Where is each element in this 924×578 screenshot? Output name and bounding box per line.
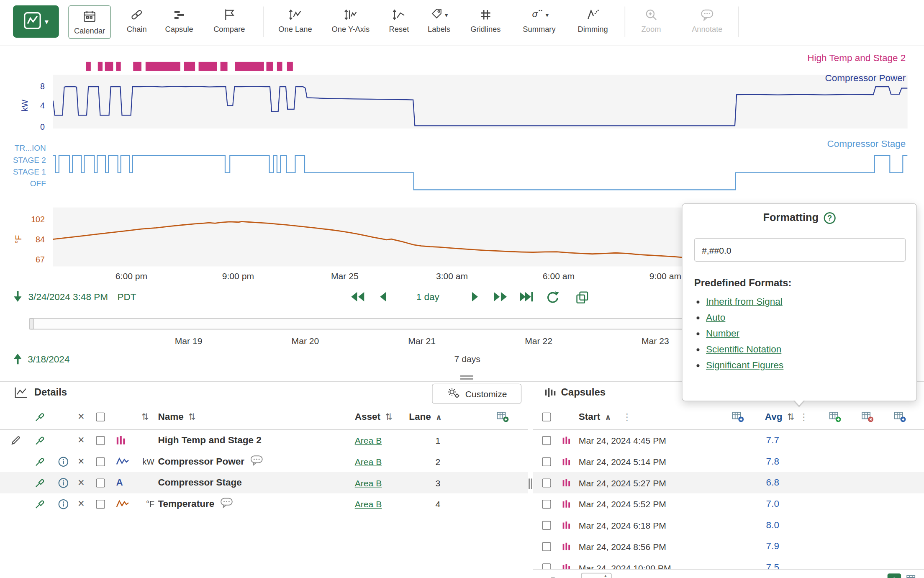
format-option-scientific[interactable]: Scientific Notation xyxy=(706,344,781,354)
capsule-bar[interactable] xyxy=(277,62,282,71)
next-page-icon[interactable]: › xyxy=(876,574,879,578)
step-forward-button[interactable] xyxy=(470,290,480,305)
capsule-bar[interactable] xyxy=(235,62,264,71)
capsule-row[interactable]: Mar 24, 2024 5:52 PM 7.0 xyxy=(533,493,924,515)
capsule-row[interactable]: Mar 24, 2024 6:18 PM 8.0 xyxy=(533,514,924,536)
capsule-bar[interactable] xyxy=(105,62,113,71)
asset-link[interactable]: Area B xyxy=(355,451,382,472)
column-header-avg[interactable]: Avg⇅ xyxy=(765,404,795,429)
page-stepper[interactable]: ▲▼ xyxy=(603,573,608,578)
select-all-checkbox[interactable] xyxy=(96,404,105,429)
toolbar-chain-button[interactable]: Chain xyxy=(120,7,154,39)
capsule-bar[interactable] xyxy=(86,62,91,71)
compressor-stage-chart[interactable] xyxy=(53,141,908,198)
capsule-bar[interactable] xyxy=(98,62,103,71)
sort-ascending-icon[interactable]: ∧ xyxy=(605,412,611,421)
info-icon[interactable] xyxy=(58,493,69,515)
panel-splitter[interactable] xyxy=(528,382,533,578)
remove-icon[interactable]: × xyxy=(78,451,85,472)
info-icon[interactable] xyxy=(58,451,69,472)
condition-capsule-track[interactable] xyxy=(53,61,908,72)
capsule-row[interactable]: Mar 24, 2024 5:27 PM 6.8 xyxy=(533,472,924,493)
comment-icon[interactable] xyxy=(220,497,233,511)
remove-icon[interactable]: × xyxy=(78,493,85,515)
compressor-power-chart[interactable] xyxy=(53,75,908,128)
sort-icon[interactable]: ⇅ xyxy=(787,411,795,422)
capsule-bar[interactable] xyxy=(199,62,217,71)
step-to-end-button[interactable] xyxy=(518,290,534,305)
capsule-row[interactable]: Mar 24, 2024 5:14 PM 7.8 xyxy=(533,451,924,472)
column-header-lane[interactable]: Lane∧ xyxy=(409,404,442,429)
horizontal-splitter[interactable] xyxy=(459,374,475,381)
column-header-start[interactable]: Start∧ xyxy=(579,404,611,429)
format-option-number[interactable]: Number xyxy=(706,328,739,338)
asset-link[interactable]: Area B xyxy=(355,430,382,451)
sort-icon[interactable]: ⇅ xyxy=(141,404,149,429)
page-chip[interactable]: 1 xyxy=(888,573,901,578)
help-icon[interactable]: ? xyxy=(824,212,836,223)
step-forward-much-button[interactable] xyxy=(493,290,508,305)
capsule-bar[interactable] xyxy=(184,62,195,71)
toolbar-compare-button[interactable]: Compare xyxy=(206,7,252,39)
step-back-button[interactable] xyxy=(378,290,388,305)
remove-all-icon[interactable]: × xyxy=(78,404,85,429)
select-all-checkbox[interactable] xyxy=(542,404,551,429)
toolbar-annotate-button[interactable]: Annotate xyxy=(681,7,733,39)
row-checkbox[interactable] xyxy=(542,514,551,536)
toolbar-one-lane-button[interactable]: One Lane xyxy=(271,7,319,39)
row-checkbox[interactable] xyxy=(542,472,551,493)
toolbar-zoom-button[interactable]: Zoom xyxy=(633,7,669,39)
eyedropper-icon[interactable] xyxy=(34,430,46,451)
format-string-input[interactable] xyxy=(694,238,906,262)
toolbar-labels-button[interactable]: ▾ Labels xyxy=(421,7,457,39)
row-checkbox[interactable] xyxy=(542,493,551,515)
column-header-asset[interactable]: Asset⇅ xyxy=(355,404,393,429)
format-option-auto[interactable]: Auto xyxy=(706,312,725,322)
eyedropper-icon[interactable] xyxy=(34,493,46,515)
add-stat-column-icon[interactable] xyxy=(829,404,842,429)
display-range-start-arrow-icon[interactable] xyxy=(12,290,23,306)
capsule-bar[interactable] xyxy=(133,62,141,71)
info-icon[interactable] xyxy=(58,472,69,493)
comment-icon[interactable] xyxy=(250,455,263,468)
details-row[interactable]: × kW Compressor Power Area B 2 xyxy=(0,451,528,472)
duration-step-label[interactable]: 1 day xyxy=(408,292,448,302)
investigate-range-start[interactable]: 3/18/2024 xyxy=(28,354,69,365)
display-range-start[interactable]: 3/24/2024 3:48 PMPDT xyxy=(28,292,136,302)
view-selector-button[interactable]: ▾ xyxy=(13,5,59,38)
capsule-row[interactable]: Mar 24, 2024 4:45 PM 7.7 xyxy=(533,430,924,451)
details-row[interactable]: × High Temp and Stage 2 Area B 1 xyxy=(0,430,528,451)
row-checkbox[interactable] xyxy=(96,493,105,515)
sort-ascending-icon[interactable]: ∧ xyxy=(436,412,442,421)
timebar-left-handle[interactable] xyxy=(29,318,33,329)
toolbar-calendar-button[interactable]: Calendar xyxy=(68,5,110,39)
add-table-column-icon[interactable] xyxy=(497,404,509,429)
capsule-bar[interactable] xyxy=(146,62,180,71)
capsule-bar[interactable] xyxy=(287,62,293,71)
remove-icon[interactable]: × xyxy=(78,430,85,451)
column-menu-icon[interactable]: ⋮ xyxy=(799,404,808,429)
insert-column-icon[interactable] xyxy=(732,404,744,429)
remove-column-icon[interactable] xyxy=(862,404,874,429)
previous-page-icon[interactable]: ‹ xyxy=(860,574,864,578)
add-to-table-icon[interactable] xyxy=(894,404,906,429)
format-option-sigfigs[interactable]: Significant Figures xyxy=(706,360,783,370)
sort-icon[interactable]: ⇅ xyxy=(385,411,393,422)
capsule-bar[interactable] xyxy=(116,62,121,71)
row-checkbox[interactable] xyxy=(96,430,105,451)
toolbar-reset-button[interactable]: Reset xyxy=(383,7,415,39)
row-checkbox[interactable] xyxy=(542,430,551,451)
asset-link[interactable]: Area B xyxy=(355,493,382,515)
eyedropper-icon[interactable] xyxy=(34,404,46,429)
row-checkbox[interactable] xyxy=(542,536,551,557)
column-menu-icon[interactable]: ⋮ xyxy=(622,404,632,429)
sort-icon[interactable]: ⇅ xyxy=(188,411,196,422)
capsule-row[interactable]: Mar 24, 2024 8:56 PM 7.9 xyxy=(533,536,924,557)
details-row[interactable]: × A Compressor Stage Area B 3 xyxy=(0,472,528,493)
auto-update-refresh-icon[interactable] xyxy=(546,290,560,306)
row-checkbox[interactable] xyxy=(96,451,105,472)
eyedropper-icon[interactable] xyxy=(34,472,46,493)
row-checkbox[interactable] xyxy=(542,451,551,472)
investigate-range-start-arrow-icon[interactable] xyxy=(12,352,23,368)
capsule-bar[interactable] xyxy=(266,62,272,71)
